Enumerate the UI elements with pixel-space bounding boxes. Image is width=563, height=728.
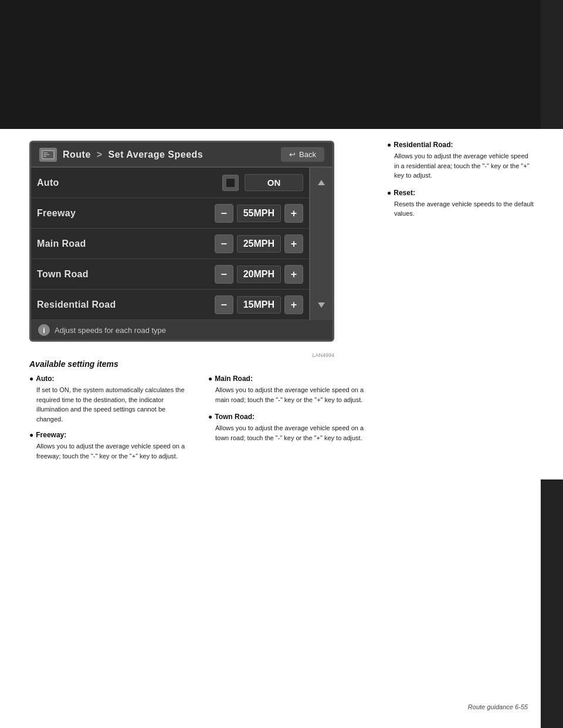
nav-title-route: Route xyxy=(63,149,91,159)
back-button[interactable]: ↩ Back xyxy=(281,147,324,162)
residential-bullet: ● Residential Road: Allows you to adjust… xyxy=(387,141,534,181)
townroad-label: Town Road xyxy=(37,269,215,280)
townroad-bullet-title: ● Town Road: xyxy=(208,413,369,421)
top-black-bar xyxy=(0,0,563,129)
freeway-bullet: ● Freeway: Allows you to adjust the aver… xyxy=(29,431,191,461)
info-text: Adjust speeds for each road type xyxy=(55,326,166,335)
auto-toggle-container: ON xyxy=(222,174,303,191)
townroad-speed-value: 20MPH xyxy=(237,266,281,283)
auto-row-container: Auto ON xyxy=(31,168,333,198)
info-icon: i xyxy=(38,324,50,336)
freeway-row-container: Freeway − 55MPH + xyxy=(31,198,333,229)
townroad-row: Town Road − 20MPH + xyxy=(31,259,309,290)
nav-ui-screenshot: Route > Set Average Speeds ↩ Back Auto xyxy=(29,141,334,342)
mainroad-bullet-label: Main Road: xyxy=(215,375,253,383)
freeway-bullet-label: Freeway: xyxy=(36,431,66,439)
townroad-row-container: Town Road − 20MPH + xyxy=(31,259,333,290)
left-column: Route > Set Average Speeds ↩ Back Auto xyxy=(29,141,369,468)
on-label: ON xyxy=(245,174,303,191)
back-label: Back xyxy=(299,150,316,159)
reset-bullet-title: ● Reset: xyxy=(387,189,534,197)
residentialroad-speed-value: 15MPH xyxy=(237,296,281,314)
back-arrow-icon: ↩ xyxy=(289,150,296,159)
freeway-speed-control: − 55MPH + xyxy=(215,204,303,223)
toggle-inner xyxy=(226,179,235,187)
mainroad-bullet: ● Main Road: Allows you to adjust the av… xyxy=(208,375,369,404)
mainroad-speed-control: − 25MPH + xyxy=(215,234,303,253)
mainroad-row: Main Road − 25MPH + xyxy=(31,229,309,259)
svg-rect-2 xyxy=(43,152,48,154)
page-number: Route guidance 6-55 xyxy=(468,703,528,710)
auto-toggle-checkbox[interactable] xyxy=(222,175,239,191)
info-bar: i Adjust speeds for each road type xyxy=(31,320,333,340)
freeway-increase-button[interactable]: + xyxy=(284,204,303,223)
content-area: Route > Set Average Speeds ↩ Back Auto xyxy=(0,129,563,479)
residentialroad-increase-button[interactable]: + xyxy=(284,295,303,314)
townroad-increase-button[interactable]: + xyxy=(284,265,303,284)
mainroad-row-container: Main Road − 25MPH + xyxy=(31,229,333,259)
townroad-bullet-body: Allows you to adjust the average vehicle… xyxy=(208,423,369,443)
route-icon xyxy=(39,148,57,162)
residentialroad-label: Residential Road xyxy=(37,300,215,310)
mainroad-bullet-title: ● Main Road: xyxy=(208,375,369,383)
mainroad-bullet-body: Allows you to adjust the average vehicle… xyxy=(208,385,369,404)
residential-bullet-body: Allows you to adjust the average vehicle… xyxy=(387,151,534,181)
nav-header-left: Route > Set Average Speeds xyxy=(39,148,203,162)
scroll-up-button[interactable] xyxy=(309,168,333,198)
townroad-bullet-label: Town Road: xyxy=(215,413,255,421)
svg-marker-5 xyxy=(318,180,325,185)
body-text-columns: ● Auto: If set to ON, the system automat… xyxy=(29,375,369,468)
residential-bullet-title: ● Residential Road: xyxy=(387,141,534,149)
residentialroad-row-container: Residential Road − 15MPH + xyxy=(31,290,333,320)
section-heading: Available setting items xyxy=(29,359,369,369)
residentialroad-decrease-button[interactable]: − xyxy=(215,295,233,314)
residential-bullet-label: Residential Road: xyxy=(394,141,453,149)
residentialroad-row: Residential Road − 15MPH + xyxy=(31,290,309,320)
freeway-bullet-title: ● Freeway: xyxy=(29,431,191,439)
freeway-speed-value: 55MPH xyxy=(237,205,281,222)
nav-title: Route > Set Average Speeds xyxy=(63,149,203,160)
freeway-bullet-body: Allows you to adjust the average vehicle… xyxy=(29,441,191,461)
mainroad-increase-button[interactable]: + xyxy=(284,234,303,253)
mainroad-decrease-button[interactable]: − xyxy=(215,234,233,253)
reset-bullet-label: Reset: xyxy=(394,189,415,197)
freeway-row: Freeway − 55MPH + xyxy=(31,198,309,229)
mainroad-label: Main Road xyxy=(37,239,215,249)
mainroad-speed-value: 25MPH xyxy=(237,235,281,253)
nav-subtitle: Set Average Speeds xyxy=(108,149,204,159)
residentialroad-speed-control: − 15MPH + xyxy=(215,295,303,314)
nav-header: Route > Set Average Speeds ↩ Back xyxy=(31,142,333,168)
mainroad-scroll-area xyxy=(309,229,333,259)
nav-separator: > xyxy=(97,149,106,159)
body-left-column: ● Auto: If set to ON, the system automat… xyxy=(29,375,191,468)
auto-bullet: ● Auto: If set to ON, the system automat… xyxy=(29,375,191,424)
freeway-label: Freeway xyxy=(37,208,215,219)
auto-row: Auto ON xyxy=(31,168,309,198)
townroad-bullet: ● Town Road: Allows you to adjust the av… xyxy=(208,413,369,443)
auto-bullet-body: If set to ON, the system automatically c… xyxy=(29,385,191,424)
body-right-column: ● Main Road: Allows you to adjust the av… xyxy=(208,375,369,468)
freeway-scroll-area xyxy=(309,198,333,229)
scroll-down-button[interactable] xyxy=(309,290,333,320)
svg-rect-4 xyxy=(43,156,46,157)
image-label: LAN4994 xyxy=(29,352,334,358)
freeway-decrease-button[interactable]: − xyxy=(215,204,233,223)
auto-bullet-label: Auto: xyxy=(36,375,54,383)
auto-label: Auto xyxy=(37,178,222,188)
townroad-speed-control: − 20MPH + xyxy=(215,265,303,284)
auto-bullet-title: ● Auto: xyxy=(29,375,191,383)
reset-bullet: ● Reset: Resets the average vehicle spee… xyxy=(387,189,534,219)
right-column: ● Residential Road: Allows you to adjust… xyxy=(369,141,534,468)
svg-rect-3 xyxy=(43,154,49,155)
townroad-scroll-area xyxy=(309,259,333,290)
svg-marker-6 xyxy=(318,302,325,308)
reset-bullet-body: Resets the average vehicle speeds to the… xyxy=(387,199,534,219)
townroad-decrease-button[interactable]: − xyxy=(215,265,233,284)
